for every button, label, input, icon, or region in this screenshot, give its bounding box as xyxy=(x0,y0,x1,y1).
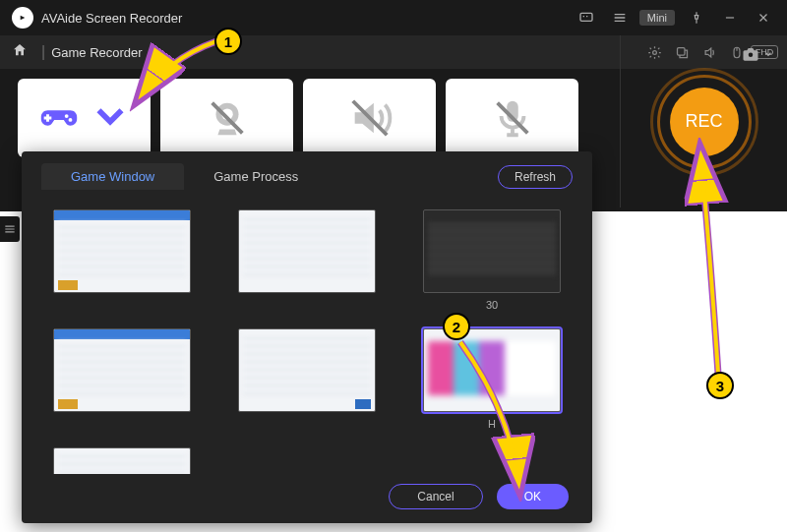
refresh-button[interactable]: Refresh xyxy=(498,165,573,189)
game-source-card[interactable] xyxy=(18,79,151,157)
audio-source-card[interactable] xyxy=(303,79,436,157)
ok-button[interactable]: OK xyxy=(497,484,569,509)
messages-icon[interactable] xyxy=(575,6,598,30)
annotation-badge-1: 1 xyxy=(214,28,242,55)
annotation-badge-2: 2 xyxy=(443,313,470,340)
webcam-off-icon xyxy=(205,95,250,141)
home-icon[interactable] xyxy=(12,42,28,62)
svg-point-10 xyxy=(749,53,754,58)
tab-game-window[interactable]: Game Window xyxy=(41,163,184,190)
window-thumb[interactable]: H xyxy=(411,328,573,432)
mode-dropdown[interactable]: Game Recorder xyxy=(51,45,159,60)
svg-point-6 xyxy=(68,118,72,122)
chevron-down-icon xyxy=(149,46,160,58)
close-icon[interactable] xyxy=(752,6,775,30)
mic-source-card[interactable] xyxy=(446,79,578,157)
record-button[interactable]: REC xyxy=(670,88,739,156)
pin-icon[interactable] xyxy=(685,6,708,30)
popup-tabs: Game Window Game Process Refresh xyxy=(22,151,592,202)
window-thumb[interactable] xyxy=(41,447,203,474)
menu-icon[interactable] xyxy=(608,6,632,30)
mic-off-icon xyxy=(490,95,535,141)
chevron-down-icon xyxy=(763,49,773,59)
window-thumb[interactable] xyxy=(41,328,203,432)
window-picker-popup: Game Window Game Process Refresh 30 H Ca… xyxy=(22,151,592,523)
sidebar-handle[interactable] xyxy=(0,216,20,242)
app-logo xyxy=(12,7,33,29)
cancel-button[interactable]: Cancel xyxy=(389,484,482,509)
svg-point-5 xyxy=(64,114,68,118)
mini-button[interactable]: Mini xyxy=(639,10,675,26)
annotation-badge-3: 3 xyxy=(706,372,734,399)
speaker-off-icon xyxy=(347,95,393,141)
webcam-source-card[interactable] xyxy=(160,79,293,157)
tab-game-process[interactable]: Game Process xyxy=(184,163,328,190)
title-bar: AVAide Screen Recorder Mini xyxy=(0,0,787,35)
gamepad-icon xyxy=(36,95,82,141)
app-title: AVAide Screen Recorder xyxy=(41,11,182,26)
minimize-icon[interactable] xyxy=(718,6,742,30)
mode-label: Game Recorder xyxy=(51,45,142,60)
window-thumb[interactable] xyxy=(226,328,388,432)
chevron-down-icon xyxy=(88,93,133,143)
screenshot-button[interactable] xyxy=(742,45,773,63)
window-thumb[interactable] xyxy=(226,209,388,313)
window-thumb[interactable] xyxy=(41,209,203,313)
record-panel: REC xyxy=(620,35,787,207)
window-thumb[interactable]: 30 xyxy=(411,209,573,313)
